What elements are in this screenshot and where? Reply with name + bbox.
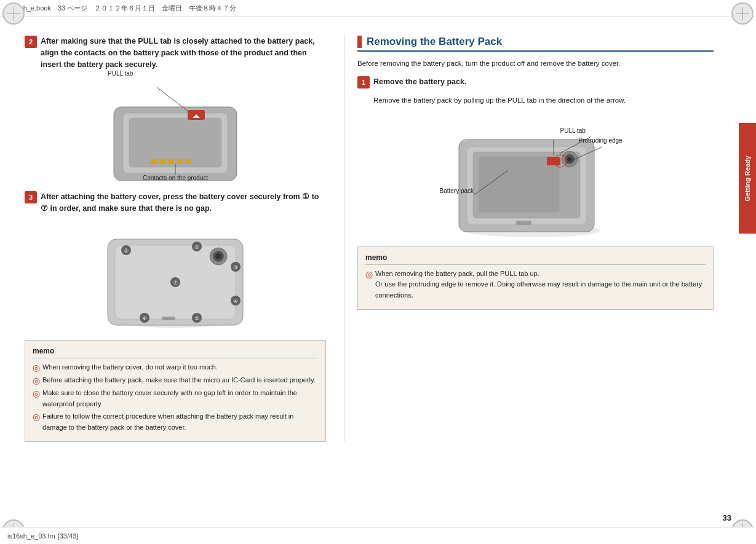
pull-tab-label: PULL tab (108, 70, 133, 77)
left-memo-item-3: ◎ Make sure to close the battery cover s… (33, 388, 318, 409)
side-tab: Getting Ready (739, 123, 756, 234)
side-tab-label: Getting Ready (744, 156, 751, 202)
section-intro: Before removing the battery pack, turn t… (357, 58, 714, 69)
step2-title: After making sure that the PULL tab is c… (41, 36, 326, 70)
step1-body: Remove the battery pack by pulling up th… (373, 95, 714, 106)
svg-rect-3 (129, 118, 221, 167)
step2-diagram: PULL tab (25, 76, 326, 183)
svg-rect-6 (168, 159, 174, 164)
header-text: is16sh_e.book 33 ページ ２０１２年６月１日 金曜日 午後８時４… (7, 4, 236, 13)
left-memo-box: memo ◎ When removing the battery cover, … (25, 340, 326, 442)
footer-right: [33/43] (58, 532, 79, 540)
main-content: 2 After making sure that the PULL tab is… (25, 36, 731, 442)
left-memo-title: memo (33, 347, 318, 358)
section-title: Removing the Battery Pack (367, 36, 502, 48)
step3-title: After attaching the battery cover, press… (41, 191, 326, 215)
svg-text:④: ④ (233, 298, 238, 304)
svg-rect-7 (177, 159, 183, 164)
footer-bar: is16sh_e_03.fm [33/43] (0, 527, 756, 544)
svg-text:⑥: ⑥ (142, 315, 147, 321)
corner-decoration-tr (731, 2, 754, 25)
battery-pack-label: Battery pack (440, 187, 474, 194)
step3-badge: 3 (25, 191, 37, 203)
step2-device-svg (95, 76, 255, 181)
corner-decoration-tl (2, 2, 25, 25)
step1-header: 1 Remove the battery pack. (357, 76, 714, 89)
svg-rect-4 (151, 159, 157, 164)
svg-text:⑤: ⑤ (194, 315, 199, 321)
step3-header: 3 After attaching the battery cover, pre… (25, 191, 326, 215)
step3-device-svg: ① ② ③ ④ ⑤ ⑥ (89, 221, 261, 328)
footer-left: is16sh_e_03.fm (7, 532, 55, 540)
left-column: 2 After making sure that the PULL tab is… (25, 36, 344, 442)
right-memo-box: memo ◎ When removing the battery pack, p… (357, 246, 714, 310)
section-red-bar (357, 36, 362, 48)
svg-point-18 (215, 253, 221, 259)
step3-diagram: ① ② ③ ④ ⑤ ⑥ (25, 221, 326, 331)
right-memo-item-1: ◎ When removing the battery pack, pull t… (365, 269, 706, 301)
right-column: Removing the Battery Pack Before removin… (344, 36, 714, 442)
svg-rect-41 (479, 157, 559, 212)
svg-rect-48 (516, 221, 531, 225)
step1-badge: 1 (357, 76, 370, 89)
section-heading: Removing the Battery Pack (357, 36, 714, 52)
svg-rect-5 (159, 159, 165, 164)
step1-right-diagram: PULL tab Protruding edge Battery pack (357, 115, 714, 238)
right-memo-title: memo (365, 253, 706, 265)
step2-badge: 2 (25, 36, 37, 48)
svg-text:②: ② (194, 244, 199, 250)
step1-device-svg (437, 115, 634, 238)
svg-rect-33 (162, 317, 175, 320)
step1-title: Remove the battery pack. (373, 76, 466, 88)
header-bar: is16sh_e.book 33 ページ ２０１２年６月１日 金曜日 午後８時４… (0, 0, 756, 17)
svg-text:⑦: ⑦ (173, 280, 178, 286)
right-pull-tab-label: PULL tab (560, 127, 586, 134)
page-number: 33 (723, 513, 731, 522)
svg-text:③: ③ (233, 264, 238, 270)
left-memo-item-1: ◎ When removing the battery cover, do no… (33, 362, 318, 373)
protruding-edge-label: Protruding edge (579, 137, 623, 144)
left-memo-item-2: ◎ Before attaching the battery pack, mak… (33, 375, 318, 386)
svg-rect-8 (185, 159, 191, 164)
svg-text:①: ① (124, 248, 129, 254)
svg-rect-42 (547, 157, 560, 165)
step2-header: 2 After making sure that the PULL tab is… (25, 36, 326, 70)
contacts-label: Contacts on the product (143, 175, 208, 181)
left-memo-item-4: ◎ Failure to follow the correct procedur… (33, 411, 318, 433)
